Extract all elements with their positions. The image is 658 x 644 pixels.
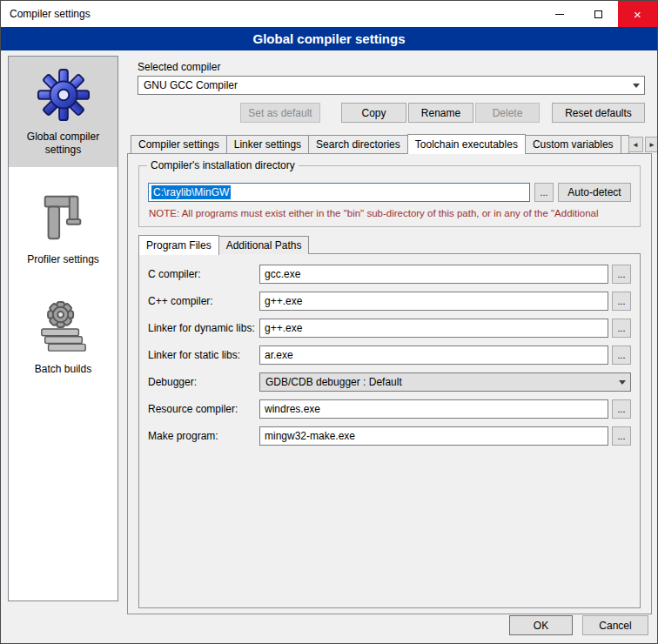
selected-compiler-combobox[interactable]: GNU GCC Compiler xyxy=(138,76,645,95)
sidebar-item-label: Batch builds xyxy=(35,363,91,376)
compiler-settings-dialog: Compiler settings × Global compiler sett… xyxy=(0,0,658,644)
program-files-panel: C compiler: ... C++ compiler: ... Linker… xyxy=(138,253,641,608)
compiler-actions: Set as default Copy Rename Delete Reset … xyxy=(138,103,645,123)
field-wrap: GDB/CDB debugger : Default xyxy=(259,372,631,392)
dialog-header-title: Global compiler settings xyxy=(252,31,405,46)
tab-additional-paths[interactable]: Additional Paths xyxy=(218,236,310,254)
field-row-resource-compiler: Resource compiler: ... xyxy=(148,399,631,419)
dialog-header: Global compiler settings xyxy=(1,27,657,50)
field-label: Make program: xyxy=(148,430,259,442)
tab-search-directories[interactable]: Search directories xyxy=(308,135,408,153)
window-title: Compiler settings xyxy=(1,8,91,20)
tab-program-files[interactable]: Program Files xyxy=(138,235,219,255)
arrow-left-icon: ◄ xyxy=(632,141,639,149)
sidebar-item-batch-builds[interactable]: Batch builds xyxy=(9,289,118,386)
field-wrap: ... xyxy=(259,345,631,365)
maximize-button[interactable] xyxy=(579,1,618,27)
cancel-button[interactable]: Cancel xyxy=(582,615,648,635)
selected-compiler-label: Selected compiler xyxy=(138,61,652,73)
sidebar-item-label: Global compiler settings xyxy=(12,131,114,157)
static-linker-input[interactable] xyxy=(259,345,608,365)
resource-compiler-input[interactable] xyxy=(259,399,608,419)
browse-cpp-compiler-button[interactable]: ... xyxy=(612,292,631,311)
field-label: Resource compiler: xyxy=(148,403,259,415)
tab-compiler-settings[interactable]: Compiler settings xyxy=(131,135,227,153)
browse-directory-button[interactable]: ... xyxy=(534,183,554,202)
minimize-icon xyxy=(555,14,564,15)
auto-detect-button[interactable]: Auto-detect xyxy=(558,183,631,202)
main-panel: Selected compiler GNU GCC Compiler Set a… xyxy=(127,56,652,614)
tab-custom-variables[interactable]: Custom variables xyxy=(525,135,621,153)
batch-builds-icon xyxy=(37,300,91,354)
make-program-input[interactable] xyxy=(259,426,608,446)
field-label: Linker for static libs: xyxy=(148,349,259,361)
set-as-default-button[interactable]: Set as default xyxy=(240,103,320,123)
field-wrap: ... xyxy=(259,265,631,284)
browse-resource-compiler-button[interactable]: ... xyxy=(612,399,631,419)
field-label: Linker for dynamic libs: xyxy=(148,322,259,334)
delete-button[interactable]: Delete xyxy=(475,103,540,123)
gear-icon xyxy=(37,68,91,122)
arrow-right-icon: ► xyxy=(648,141,655,149)
installation-directory-row: C:\raylib\MinGW ... Auto-detect xyxy=(148,183,631,202)
installation-directory-group-title: Compiler's installation directory xyxy=(147,159,299,171)
debugger-value: GDB/CDB debugger : Default xyxy=(265,376,402,388)
ok-button[interactable]: OK xyxy=(509,615,573,635)
program-tabs: Program Files Additional Paths xyxy=(138,235,651,254)
tab-scroll-right-button[interactable]: ► xyxy=(645,137,658,152)
minimize-button[interactable] xyxy=(540,1,579,27)
toolchain-executables-panel: Compiler's installation directory C:\ray… xyxy=(127,153,652,614)
browse-dynamic-linker-button[interactable]: ... xyxy=(612,319,631,338)
copy-button[interactable]: Copy xyxy=(341,103,406,123)
c-compiler-input[interactable] xyxy=(259,265,608,284)
browse-c-compiler-button[interactable]: ... xyxy=(612,265,631,284)
field-row-make-program: Make program: ... xyxy=(148,426,631,446)
field-label: C++ compiler: xyxy=(148,295,259,307)
tab-scroll-buttons: ◄ ► xyxy=(628,137,658,152)
window-controls: × xyxy=(540,1,657,27)
install-note: NOTE: All programs must exist either in … xyxy=(149,208,631,218)
tab-linker-settings[interactable]: Linker settings xyxy=(226,135,309,153)
tab-toolchain-executables[interactable]: Toolchain executables xyxy=(407,134,526,154)
installation-directory-input[interactable]: C:\raylib\MinGW xyxy=(148,183,530,202)
dynamic-linker-input[interactable] xyxy=(259,319,608,338)
dialog-footer: OK Cancel xyxy=(509,615,648,635)
browse-static-linker-button[interactable]: ... xyxy=(612,345,631,365)
field-label: Debugger: xyxy=(148,376,259,388)
reset-defaults-button[interactable]: Reset defaults xyxy=(552,103,645,123)
field-row-cpp-compiler: C++ compiler: ... xyxy=(148,292,631,311)
sidebar-item-label: Profiler settings xyxy=(27,253,99,266)
selected-compiler-value: GNU GCC Compiler xyxy=(144,79,238,91)
browse-make-program-button[interactable]: ... xyxy=(612,426,631,446)
chevron-down-icon xyxy=(614,373,630,391)
field-wrap: ... xyxy=(259,399,631,419)
field-wrap: ... xyxy=(259,319,631,338)
sidebar-item-profiler-settings[interactable]: Profiler settings xyxy=(9,179,118,277)
field-row-c-compiler: C compiler: ... xyxy=(148,265,631,284)
settings-tabs: Compiler settings Linker settings Search… xyxy=(127,134,652,153)
titlebar[interactable]: Compiler settings × xyxy=(1,1,657,27)
profiler-icon xyxy=(37,191,91,245)
rename-button[interactable]: Rename xyxy=(408,103,473,123)
debugger-combobox[interactable]: GDB/CDB debugger : Default xyxy=(259,372,631,392)
field-row-debugger: Debugger: GDB/CDB debugger : Default xyxy=(148,372,631,392)
field-row-dynamic-linker: Linker for dynamic libs: ... xyxy=(148,319,631,338)
installation-directory-group: Compiler's installation directory C:\ray… xyxy=(138,165,641,227)
tab-scroll-left-button[interactable]: ◄ xyxy=(628,137,643,152)
close-button[interactable]: × xyxy=(618,1,657,27)
field-wrap: ... xyxy=(259,292,631,311)
settings-category-list: Global compiler settings Profiler settin… xyxy=(8,56,118,601)
close-icon: × xyxy=(634,7,641,22)
field-label: C compiler: xyxy=(148,268,259,280)
installation-directory-value: C:\raylib\MinGW xyxy=(151,185,231,199)
field-wrap: ... xyxy=(259,426,631,446)
field-row-static-linker: Linker for static libs: ... xyxy=(148,345,631,365)
maximize-icon xyxy=(594,10,602,18)
cpp-compiler-input[interactable] xyxy=(259,292,608,311)
chevron-down-icon xyxy=(628,77,644,94)
sidebar-item-global-compiler-settings[interactable]: Global compiler settings xyxy=(9,57,118,167)
